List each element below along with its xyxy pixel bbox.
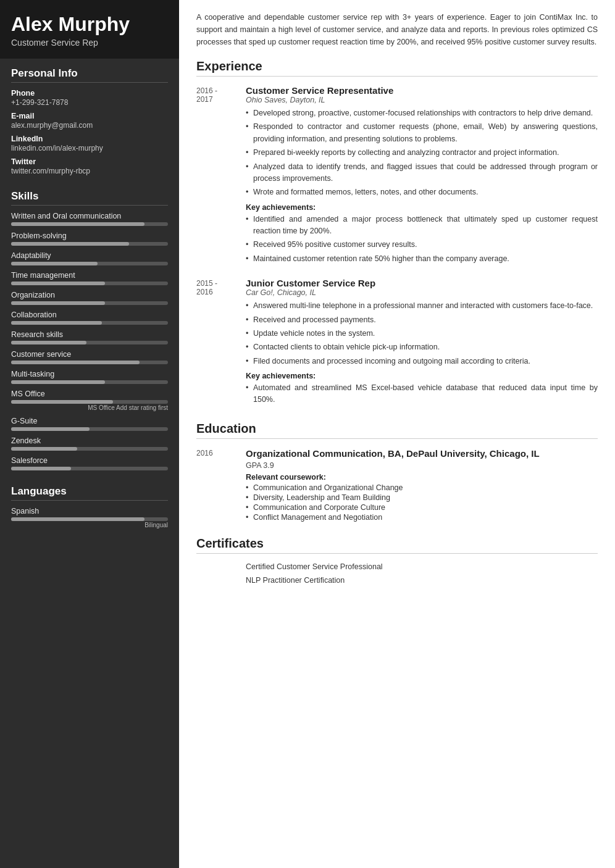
skill-item: Problem-solving [11, 232, 168, 246]
skill-item: Collaboration [11, 311, 168, 325]
skill-bar-fill [11, 447, 77, 451]
skill-name: Salesforce [11, 456, 168, 465]
language-name: Spanish [11, 507, 168, 515]
skill-bar-fill [11, 427, 90, 431]
bullet-item: Analyzed data to identify trends, and fl… [246, 161, 598, 185]
coursework-label: Relevant coursework: [246, 473, 598, 482]
bullet-item: Responded to contractor and customer req… [246, 121, 598, 145]
coursework-list: Communication and Organizational ChangeD… [246, 483, 598, 522]
skill-bar-bg [11, 222, 168, 226]
skill-name: Organization [11, 291, 168, 299]
bullet-item: Contacted clients to obtain vehicle pick… [246, 341, 598, 353]
skill-item: G-Suite [11, 417, 168, 431]
phone-value: +1-299-321-7878 [11, 98, 168, 107]
languages-section: Languages Spanish Bilingual [0, 477, 179, 535]
twitter-label: Twitter [11, 157, 168, 166]
skills-title: Skills [11, 190, 168, 206]
coursework-item: Diversity, Leadership and Team Building [246, 493, 598, 502]
job-title: Junior Customer Service Rep [246, 278, 598, 288]
experience-list: 2016 -2017 Customer Service Representati… [196, 85, 598, 408]
exp-dates: 2016 -2017 [196, 85, 246, 267]
skill-name: Multi-tasking [11, 370, 168, 378]
skill-item: Research skills [11, 330, 168, 344]
skill-bar-fill [11, 380, 105, 384]
skill-name: G-Suite [11, 417, 168, 425]
experience-item: 2015 -2016 Junior Customer Service Rep C… [196, 278, 598, 408]
key-achievements-label: Key achievements: [246, 203, 598, 212]
skill-bar-bg [11, 380, 168, 384]
edu-gpa: GPA 3.9 [246, 461, 598, 470]
bullet-item: Prepared bi-weekly reports by collecting… [246, 147, 598, 159]
achievement-item: Received 95% positive customer survey re… [246, 239, 598, 251]
achievement-item: Automated and streamlined MS Excel-based… [246, 382, 598, 406]
email-label: E-mail [11, 112, 168, 120]
skill-bar-fill [11, 282, 105, 285]
bullet-item: Filed documents and processed incoming a… [246, 356, 598, 367]
summary-text: A cooperative and dependable customer se… [196, 11, 598, 48]
certificates-title: Certificates [196, 536, 598, 554]
languages-list: Spanish Bilingual [11, 507, 168, 528]
personal-info-section: Personal Info Phone +1-299-321-7878 E-ma… [0, 59, 179, 182]
experience-item: 2016 -2017 Customer Service Representati… [196, 85, 598, 267]
personal-info-title: Personal Info [11, 67, 168, 83]
education-item: 2016 Organizational Communication, BA, D… [196, 448, 598, 524]
skill-bar-bg [11, 341, 168, 344]
skill-name: Customer service [11, 350, 168, 359]
skill-name: Research skills [11, 330, 168, 339]
exp-content: Customer Service Representative Ohio Sav… [246, 85, 598, 267]
skill-item: MS Office MS Office Add star rating firs… [11, 390, 168, 411]
candidate-name: Alex Murphy [11, 14, 168, 35]
skill-bar-fill [11, 262, 98, 265]
skills-list: Written and Oral communication Problem-s… [11, 212, 168, 470]
skill-name: Time management [11, 271, 168, 280]
bullet-item: Answered multi-line telephone in a profe… [246, 300, 598, 312]
edu-content: Organizational Communication, BA, DePaul… [246, 448, 598, 524]
skill-bar-bg [11, 400, 168, 404]
coursework-item: Communication and Organizational Change [246, 483, 598, 492]
skill-name: Problem-solving [11, 232, 168, 240]
candidate-title: Customer Service Rep [11, 38, 168, 48]
sidebar-header: Alex Murphy Customer Service Rep [0, 0, 179, 59]
bullet-item: Developed strong, proactive, customer-fo… [246, 107, 598, 119]
skill-name: Zendesk [11, 436, 168, 445]
bullet-item: Wrote and formatted memos, letters, note… [246, 186, 598, 198]
skill-bar-bg [11, 282, 168, 285]
skill-item: Adaptability [11, 251, 168, 265]
education-title: Education [196, 422, 598, 439]
skill-name: Adaptability [11, 251, 168, 260]
skill-bar-fill [11, 467, 71, 470]
skill-item: Salesforce [11, 456, 168, 470]
key-achievements-label: Key achievements: [246, 372, 598, 380]
experience-title: Experience [196, 59, 598, 77]
skill-bar-fill [11, 341, 86, 344]
skill-bar-fill [11, 301, 105, 305]
achievements-list: Automated and streamlined MS Excel-based… [246, 382, 598, 406]
bullet-item: Received and processed payments. [246, 314, 598, 326]
lang-bar-bg [11, 517, 168, 521]
skill-item: Organization [11, 291, 168, 305]
certificate-item: Certified Customer Service Professional [246, 562, 598, 571]
company-name: Ohio Saves, Dayton, IL [246, 96, 598, 104]
skill-bar-bg [11, 321, 168, 325]
languages-title: Languages [11, 485, 168, 501]
skill-bar-bg [11, 242, 168, 246]
main-content: A cooperative and dependable customer se… [179, 0, 615, 868]
skill-item: Customer service [11, 350, 168, 364]
linkedin-label: LinkedIn [11, 135, 168, 143]
twitter-value: twitter.com/murphy-rbcp [11, 167, 168, 175]
bullet-item: Update vehicle notes in the system. [246, 328, 598, 340]
edu-year: 2016 [196, 448, 246, 524]
email-value: alex.murphy@gmail.com [11, 121, 168, 130]
skill-bar-bg [11, 361, 168, 364]
exp-content: Junior Customer Service Rep Car Go!, Chi… [246, 278, 598, 408]
coursework-item: Conflict Management and Negotiation [246, 513, 598, 522]
lang-note: Bilingual [11, 522, 168, 528]
job-title: Customer Service Representative [246, 85, 598, 96]
education-list: 2016 Organizational Communication, BA, D… [196, 448, 598, 524]
coursework-item: Communication and Corporate Culture [246, 503, 598, 512]
linkedin-value: linkedin.com/in/alex-murphy [11, 144, 168, 152]
skill-bar-fill [11, 361, 140, 364]
achievement-item: Identified and amended a major process b… [246, 214, 598, 238]
achievements-list: Identified and amended a major process b… [246, 214, 598, 265]
certificate-item: NLP Practitioner Certification [246, 576, 598, 585]
